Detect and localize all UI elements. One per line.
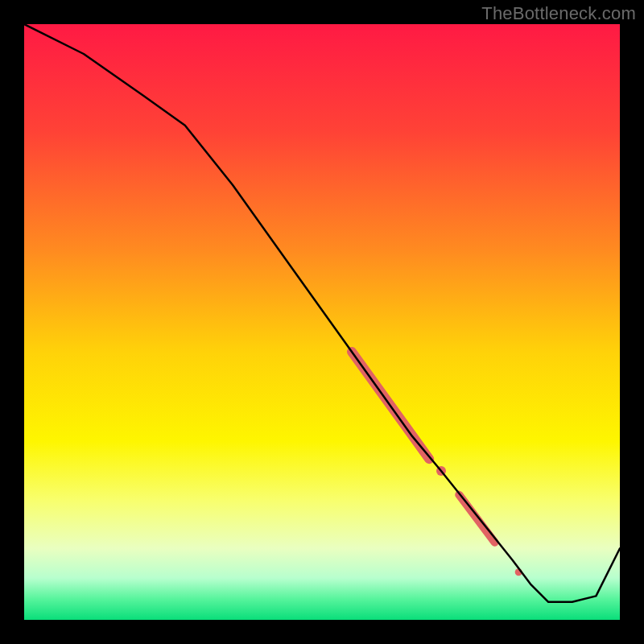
plot-area — [24, 24, 620, 620]
watermark-text: TheBottleneck.com — [481, 3, 636, 24]
chart-svg — [24, 24, 620, 620]
gradient-background — [24, 24, 620, 620]
chart-container: TheBottleneck.com — [0, 0, 644, 644]
